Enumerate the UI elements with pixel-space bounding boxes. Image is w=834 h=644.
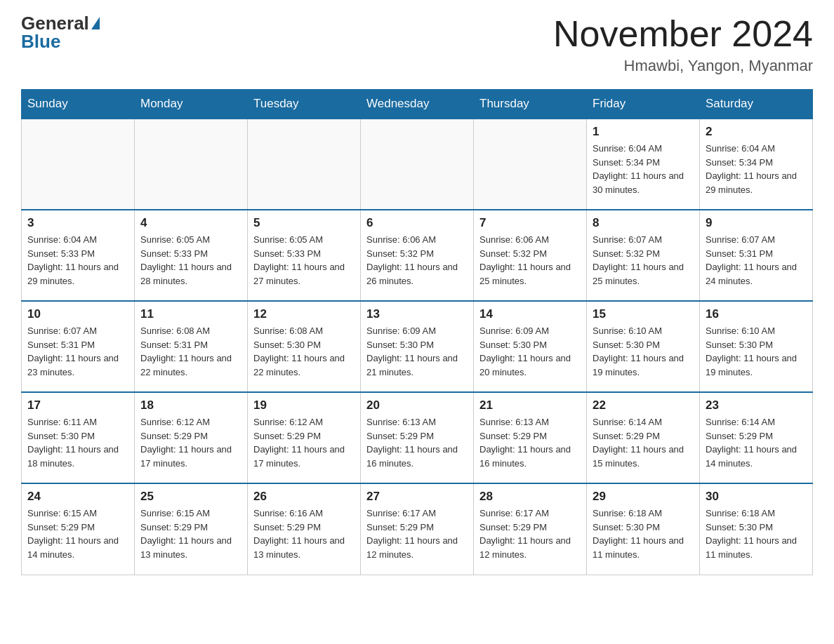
table-row: 27Sunrise: 6:17 AMSunset: 5:29 PMDayligh… [361, 483, 474, 575]
day-of-week-thursday: Thursday [474, 90, 587, 119]
day-number: 18 [140, 398, 241, 412]
calendar-week-row: 10Sunrise: 6:07 AMSunset: 5:31 PMDayligh… [22, 301, 813, 392]
day-number: 19 [253, 398, 355, 412]
day-number: 14 [479, 307, 581, 321]
calendar-week-row: 24Sunrise: 6:15 AMSunset: 5:29 PMDayligh… [22, 483, 813, 575]
table-row: 26Sunrise: 6:16 AMSunset: 5:29 PMDayligh… [248, 483, 361, 575]
day-info: Sunrise: 6:12 AMSunset: 5:29 PMDaylight:… [253, 415, 355, 470]
day-info: Sunrise: 6:09 AMSunset: 5:30 PMDaylight:… [366, 324, 468, 379]
day-info: Sunrise: 6:05 AMSunset: 5:33 PMDaylight:… [140, 233, 241, 288]
table-row: 21Sunrise: 6:13 AMSunset: 5:29 PMDayligh… [474, 392, 587, 483]
table-row: 14Sunrise: 6:09 AMSunset: 5:30 PMDayligh… [474, 301, 587, 392]
day-number: 23 [706, 398, 807, 412]
day-number: 16 [706, 307, 807, 321]
month-year-title: November 2024 [553, 14, 813, 54]
day-number: 12 [253, 307, 355, 321]
table-row: 1Sunrise: 6:04 AMSunset: 5:34 PMDaylight… [587, 119, 700, 210]
table-row: 7Sunrise: 6:06 AMSunset: 5:32 PMDaylight… [474, 210, 587, 301]
day-info: Sunrise: 6:10 AMSunset: 5:30 PMDaylight:… [593, 324, 694, 379]
day-number: 4 [140, 216, 241, 230]
table-row: 16Sunrise: 6:10 AMSunset: 5:30 PMDayligh… [700, 301, 813, 392]
table-row: 15Sunrise: 6:10 AMSunset: 5:30 PMDayligh… [587, 301, 700, 392]
page-header: General Blue November 2024 Hmawbi, Yango… [21, 14, 813, 75]
day-info: Sunrise: 6:16 AMSunset: 5:29 PMDaylight:… [253, 507, 355, 561]
day-number: 10 [27, 307, 128, 321]
title-area: November 2024 Hmawbi, Yangon, Myanmar [553, 14, 813, 75]
day-number: 21 [479, 398, 581, 412]
day-info: Sunrise: 6:18 AMSunset: 5:30 PMDaylight:… [593, 507, 694, 561]
calendar-week-row: 17Sunrise: 6:11 AMSunset: 5:30 PMDayligh… [22, 392, 813, 483]
day-number: 20 [366, 398, 468, 412]
day-number: 29 [593, 490, 694, 504]
day-info: Sunrise: 6:14 AMSunset: 5:29 PMDaylight:… [593, 415, 694, 470]
day-info: Sunrise: 6:07 AMSunset: 5:32 PMDaylight:… [593, 233, 694, 288]
calendar-table: SundayMondayTuesdayWednesdayThursdayFrid… [21, 89, 813, 575]
day-of-week-friday: Friday [587, 90, 700, 119]
table-row: 29Sunrise: 6:18 AMSunset: 5:30 PMDayligh… [587, 483, 700, 575]
day-info: Sunrise: 6:13 AMSunset: 5:29 PMDaylight:… [479, 415, 581, 470]
table-row: 23Sunrise: 6:14 AMSunset: 5:29 PMDayligh… [700, 392, 813, 483]
day-of-week-sunday: Sunday [22, 90, 135, 119]
day-number: 8 [593, 216, 694, 230]
day-info: Sunrise: 6:18 AMSunset: 5:30 PMDaylight:… [706, 507, 807, 561]
day-number: 11 [140, 307, 241, 321]
location-subtitle: Hmawbi, Yangon, Myanmar [553, 57, 813, 75]
day-info: Sunrise: 6:13 AMSunset: 5:29 PMDaylight:… [366, 415, 468, 470]
table-row: 20Sunrise: 6:13 AMSunset: 5:29 PMDayligh… [361, 392, 474, 483]
logo: General Blue [21, 14, 100, 53]
day-number: 25 [140, 490, 241, 504]
table-row: 2Sunrise: 6:04 AMSunset: 5:34 PMDaylight… [700, 119, 813, 210]
day-info: Sunrise: 6:11 AMSunset: 5:30 PMDaylight:… [27, 415, 128, 470]
table-row: 4Sunrise: 6:05 AMSunset: 5:33 PMDaylight… [135, 210, 248, 301]
day-number: 26 [253, 490, 355, 504]
day-number: 7 [479, 216, 581, 230]
day-info: Sunrise: 6:15 AMSunset: 5:29 PMDaylight:… [27, 507, 128, 561]
days-of-week-row: SundayMondayTuesdayWednesdayThursdayFrid… [22, 90, 813, 119]
table-row: 11Sunrise: 6:08 AMSunset: 5:31 PMDayligh… [135, 301, 248, 392]
day-number: 2 [706, 125, 807, 139]
day-info: Sunrise: 6:08 AMSunset: 5:30 PMDaylight:… [253, 324, 355, 379]
day-number: 15 [593, 307, 694, 321]
table-row: 6Sunrise: 6:06 AMSunset: 5:32 PMDaylight… [361, 210, 474, 301]
day-number: 13 [366, 307, 468, 321]
day-info: Sunrise: 6:12 AMSunset: 5:29 PMDaylight:… [140, 415, 241, 470]
table-row: 30Sunrise: 6:18 AMSunset: 5:30 PMDayligh… [700, 483, 813, 575]
day-number: 27 [366, 490, 468, 504]
table-row: 22Sunrise: 6:14 AMSunset: 5:29 PMDayligh… [587, 392, 700, 483]
day-info: Sunrise: 6:07 AMSunset: 5:31 PMDaylight:… [706, 233, 807, 288]
table-row: 5Sunrise: 6:05 AMSunset: 5:33 PMDaylight… [248, 210, 361, 301]
day-number: 5 [253, 216, 355, 230]
day-info: Sunrise: 6:09 AMSunset: 5:30 PMDaylight:… [479, 324, 581, 379]
table-row [135, 119, 248, 210]
calendar-week-row: 3Sunrise: 6:04 AMSunset: 5:33 PMDaylight… [22, 210, 813, 301]
table-row: 3Sunrise: 6:04 AMSunset: 5:33 PMDaylight… [22, 210, 135, 301]
day-number: 30 [706, 490, 807, 504]
table-row: 24Sunrise: 6:15 AMSunset: 5:29 PMDayligh… [22, 483, 135, 575]
table-row: 8Sunrise: 6:07 AMSunset: 5:32 PMDaylight… [587, 210, 700, 301]
day-number: 28 [479, 490, 581, 504]
calendar-week-row: 1Sunrise: 6:04 AMSunset: 5:34 PMDaylight… [22, 119, 813, 210]
day-info: Sunrise: 6:17 AMSunset: 5:29 PMDaylight:… [366, 507, 468, 561]
day-info: Sunrise: 6:10 AMSunset: 5:30 PMDaylight:… [706, 324, 807, 379]
table-row: 10Sunrise: 6:07 AMSunset: 5:31 PMDayligh… [22, 301, 135, 392]
day-info: Sunrise: 6:04 AMSunset: 5:33 PMDaylight:… [27, 233, 128, 288]
day-info: Sunrise: 6:05 AMSunset: 5:33 PMDaylight:… [253, 233, 355, 288]
day-number: 17 [27, 398, 128, 412]
table-row [248, 119, 361, 210]
table-row: 17Sunrise: 6:11 AMSunset: 5:30 PMDayligh… [22, 392, 135, 483]
day-of-week-saturday: Saturday [700, 90, 813, 119]
logo-general: General [21, 14, 89, 32]
day-info: Sunrise: 6:06 AMSunset: 5:32 PMDaylight:… [479, 233, 581, 288]
table-row: 25Sunrise: 6:15 AMSunset: 5:29 PMDayligh… [135, 483, 248, 575]
day-info: Sunrise: 6:04 AMSunset: 5:34 PMDaylight:… [706, 142, 807, 196]
day-number: 1 [593, 125, 694, 139]
day-info: Sunrise: 6:07 AMSunset: 5:31 PMDaylight:… [27, 324, 128, 379]
day-number: 22 [593, 398, 694, 412]
day-info: Sunrise: 6:15 AMSunset: 5:29 PMDaylight:… [140, 507, 241, 561]
day-number: 6 [366, 216, 468, 230]
day-info: Sunrise: 6:04 AMSunset: 5:34 PMDaylight:… [593, 142, 694, 196]
day-info: Sunrise: 6:17 AMSunset: 5:29 PMDaylight:… [479, 507, 581, 561]
table-row: 18Sunrise: 6:12 AMSunset: 5:29 PMDayligh… [135, 392, 248, 483]
day-number: 3 [27, 216, 128, 230]
day-info: Sunrise: 6:06 AMSunset: 5:32 PMDaylight:… [366, 233, 468, 288]
